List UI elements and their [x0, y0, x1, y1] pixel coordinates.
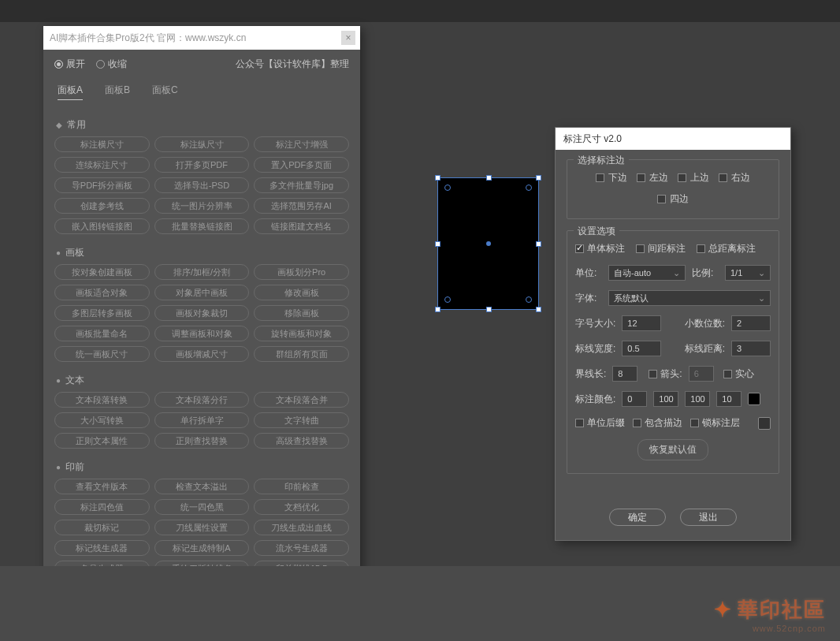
script-button[interactable]: 移除画板 — [254, 305, 349, 321]
color-swatch[interactable] — [748, 393, 760, 405]
selection-handle[interactable] — [536, 307, 541, 312]
ratio-select[interactable]: 1/1 — [725, 265, 771, 281]
font-select[interactable]: 系统默认 — [608, 290, 771, 306]
script-button[interactable]: 统一画板尺寸 — [54, 346, 150, 362]
check-gap[interactable]: 间距标注 — [636, 242, 686, 255]
cancel-button[interactable]: 退出 — [680, 509, 737, 526]
script-button[interactable]: 文字转曲 — [254, 412, 349, 428]
script-button[interactable]: 流水号生成器 — [254, 540, 349, 556]
check-left-edge[interactable]: 左边 — [637, 171, 668, 184]
script-button[interactable]: 标注横尺寸 — [54, 136, 150, 152]
script-button[interactable]: 标注纵尺寸 — [154, 136, 250, 152]
check-include-stroke[interactable]: 包含描边 — [633, 416, 682, 430]
script-button[interactable]: 修改画板 — [254, 285, 349, 300]
script-button[interactable]: 正则查找替换 — [154, 433, 250, 449]
color-k-input[interactable]: 10 — [716, 391, 742, 407]
selection-handle[interactable] — [435, 307, 440, 312]
selection-handle[interactable] — [486, 175, 492, 181]
script-button[interactable]: 嵌入图转链接图 — [54, 218, 150, 234]
script-button[interactable]: 群组所有页面 — [254, 346, 349, 362]
script-button[interactable]: 导PDF拆分画板 — [54, 177, 150, 193]
script-button[interactable]: 标记生成特制A — [154, 540, 250, 556]
app-menubar — [0, 0, 840, 22]
script-button[interactable]: 文本段落合并 — [254, 392, 349, 408]
selection-handle[interactable] — [536, 241, 541, 247]
script-button[interactable]: 印前检查 — [254, 479, 349, 494]
check-unit-suffix[interactable]: 单位后缀 — [575, 416, 625, 430]
tab-panel-b[interactable]: 面板B — [105, 84, 130, 100]
line-dist-input[interactable]: 3 — [731, 341, 771, 356]
close-icon[interactable]: × — [341, 31, 355, 45]
script-button[interactable]: 调整画板和对象 — [154, 326, 250, 341]
script-button[interactable]: 正则文本属性 — [54, 433, 150, 449]
script-button[interactable]: 裁切标记 — [54, 520, 150, 535]
check-total[interactable]: 总距离标注 — [697, 242, 756, 255]
script-button[interactable]: 选择导出-PSD — [154, 177, 250, 193]
line-width-input[interactable]: 0.5 — [622, 341, 661, 356]
script-button[interactable]: 画板增减尺寸 — [154, 346, 250, 362]
selection-handle[interactable] — [435, 175, 440, 181]
script-button[interactable]: 批量替换链接图 — [154, 218, 250, 234]
color-m-input[interactable]: 100 — [653, 391, 678, 407]
tab-panel-a[interactable]: 面板A — [58, 84, 83, 100]
script-button[interactable]: 对象居中画板 — [154, 285, 250, 300]
script-button[interactable]: 打开多页PDF — [154, 157, 250, 173]
ok-button[interactable]: 确定 — [609, 509, 666, 526]
canvas-selected-object[interactable] — [437, 177, 539, 310]
check-all-edges[interactable]: 四边 — [657, 192, 689, 206]
script-button[interactable]: 统一四色黑 — [154, 499, 250, 515]
tab-panel-c[interactable]: 面板C — [152, 84, 178, 100]
script-button[interactable]: 刀线属性设置 — [154, 520, 250, 535]
selection-handle[interactable] — [536, 175, 541, 181]
script-button[interactable]: 排序/加框/分割 — [154, 264, 250, 280]
script-button[interactable]: 文档优化 — [254, 499, 349, 515]
script-button[interactable]: 多文件批量导jpg — [254, 177, 349, 193]
script-button[interactable]: 检查文本溢出 — [154, 479, 250, 494]
script-button[interactable]: 文本段落转换 — [54, 392, 150, 408]
size-input[interactable]: 12 — [622, 315, 661, 331]
script-button[interactable]: 大小写转换 — [54, 412, 150, 428]
restore-defaults-button[interactable]: 恢复默认值 — [637, 439, 708, 460]
color-c-input[interactable]: 0 — [622, 391, 647, 407]
button-row: 标记线生成器标记生成特制A流水号生成器 — [54, 540, 349, 556]
script-button[interactable]: 画板批量命名 — [54, 326, 150, 341]
script-button[interactable]: 画板划分Pro — [254, 264, 349, 280]
layer-color-swatch[interactable] — [758, 417, 771, 430]
script-button[interactable]: 刀线生成出血线 — [254, 520, 349, 535]
script-button[interactable]: 标记线生成器 — [54, 540, 150, 556]
script-button[interactable]: 连续标注尺寸 — [54, 157, 150, 173]
script-button[interactable]: 旋转画板和对象 — [254, 326, 349, 341]
color-y-input[interactable]: 100 — [685, 391, 710, 407]
selection-handle[interactable] — [435, 241, 440, 247]
check-right-edge[interactable]: 右边 — [719, 171, 750, 184]
script-button[interactable]: 查看文件版本 — [54, 479, 150, 494]
selection-handle[interactable] — [486, 307, 492, 312]
check-single[interactable]: 单体标注 — [575, 242, 625, 255]
decimals-input[interactable]: 2 — [731, 315, 771, 331]
script-button[interactable]: 统一图片分辨率 — [154, 198, 250, 214]
script-button[interactable]: 单行拆单字 — [154, 412, 250, 428]
plugin-panel-titlebar[interactable]: AI脚本插件合集Pro版2代 官网：www.wszyk.cn × — [43, 26, 360, 50]
script-button[interactable]: 多图层转多画板 — [54, 305, 150, 321]
script-button[interactable]: 标注尺寸增强 — [254, 136, 349, 152]
script-button[interactable]: 选择范围另存AI — [254, 198, 349, 214]
radio-expand[interactable]: 展开 — [54, 58, 85, 71]
script-button[interactable]: 链接图建文档名 — [254, 218, 349, 234]
dialog-titlebar[interactable]: 标注尺寸 v2.0 — [556, 128, 790, 150]
check-bottom-edge[interactable]: 下边 — [596, 171, 627, 184]
check-solid[interactable]: 实心 — [723, 367, 754, 381]
bound-input[interactable]: 8 — [612, 366, 637, 382]
script-button[interactable]: 置入PDF多页面 — [254, 157, 349, 173]
script-button[interactable]: 创建参考线 — [54, 198, 150, 214]
check-lock-layer[interactable]: 锁标注层 — [690, 416, 740, 430]
script-button[interactable]: 画板对象裁切 — [154, 305, 250, 321]
script-button[interactable]: 按对象创建画板 — [54, 264, 150, 280]
script-button[interactable]: 标注四色值 — [54, 499, 150, 515]
check-arrow[interactable]: 箭头: — [649, 367, 682, 381]
script-button[interactable]: 画板适合对象 — [54, 285, 150, 300]
script-button[interactable]: 高级查找替换 — [254, 433, 349, 449]
check-top-edge[interactable]: 上边 — [678, 171, 709, 184]
script-button[interactable]: 文本段落分行 — [154, 392, 250, 408]
radio-collapse[interactable]: 收缩 — [96, 58, 127, 71]
unit-select[interactable]: 自动-auto — [608, 265, 686, 281]
